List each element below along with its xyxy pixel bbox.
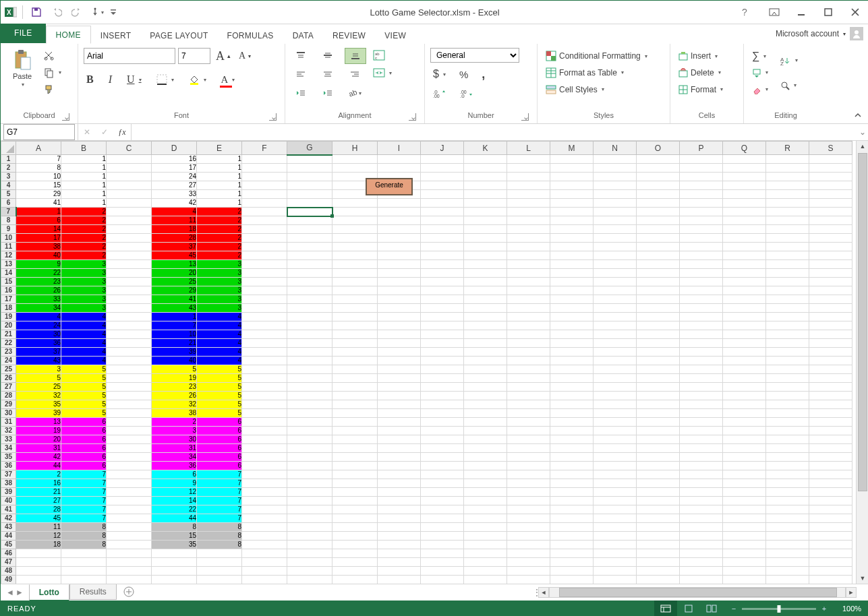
- cell-H21[interactable]: [332, 330, 378, 339]
- cell-H40[interactable]: [332, 497, 378, 505]
- cell-F11[interactable]: [242, 243, 287, 251]
- cell-L13[interactable]: [507, 260, 550, 269]
- cell-G16[interactable]: [287, 286, 332, 295]
- cell-Q19[interactable]: [723, 313, 766, 321]
- cell-B29[interactable]: 5: [61, 400, 107, 409]
- cell-S44[interactable]: [809, 532, 852, 541]
- cell-K44[interactable]: [464, 532, 507, 541]
- cell-R48[interactable]: [766, 567, 809, 576]
- cell-H49[interactable]: [332, 576, 378, 584]
- cell-R42[interactable]: [766, 514, 809, 523]
- row-header-2[interactable]: 2: [1, 164, 16, 173]
- cell-L30[interactable]: [507, 409, 550, 418]
- cell-D47[interactable]: [152, 558, 197, 567]
- cell-G20[interactable]: [287, 321, 332, 330]
- cell-R12[interactable]: [766, 251, 809, 260]
- cell-Q47[interactable]: [723, 558, 766, 567]
- cell-P9[interactable]: [680, 225, 723, 234]
- cell-I41[interactable]: [378, 505, 421, 514]
- cell-O45[interactable]: [637, 541, 680, 549]
- column-header-D[interactable]: D: [152, 142, 197, 155]
- cell-E36[interactable]: 6: [197, 462, 242, 470]
- cell-H36[interactable]: [332, 462, 378, 470]
- cell-G11[interactable]: [287, 243, 332, 251]
- cell-C37[interactable]: [107, 470, 152, 479]
- cell-B13[interactable]: 3: [61, 260, 107, 269]
- cell-C29[interactable]: [107, 400, 152, 409]
- cell-H48[interactable]: [332, 567, 378, 576]
- cell-I19[interactable]: [378, 313, 421, 321]
- cell-E33[interactable]: 6: [197, 435, 242, 444]
- cell-P36[interactable]: [680, 462, 723, 470]
- cell-I22[interactable]: [378, 339, 421, 348]
- column-header-G[interactable]: G: [287, 142, 332, 155]
- cell-Q13[interactable]: [723, 260, 766, 269]
- cell-E44[interactable]: 8: [197, 532, 242, 541]
- cell-P20[interactable]: [680, 321, 723, 330]
- cell-C22[interactable]: [107, 339, 152, 348]
- cell-C4[interactable]: [107, 181, 152, 190]
- cell-D40[interactable]: 14: [152, 497, 197, 505]
- cell-E18[interactable]: 3: [197, 304, 242, 313]
- cell-H41[interactable]: [332, 505, 378, 514]
- cell-L10[interactable]: [507, 234, 550, 243]
- cell-I8[interactable]: [378, 216, 421, 225]
- cell-H8[interactable]: [332, 216, 378, 225]
- cell-Q46[interactable]: [723, 549, 766, 558]
- cell-A14[interactable]: 22: [16, 269, 61, 278]
- cell-I39[interactable]: [378, 488, 421, 497]
- minimize-icon[interactable]: [788, 1, 815, 24]
- cell-L16[interactable]: [507, 286, 550, 295]
- cell-B10[interactable]: 2: [61, 234, 107, 243]
- increase-indent-button[interactable]: [318, 86, 338, 100]
- cell-F40[interactable]: [242, 497, 287, 505]
- cell-N48[interactable]: [594, 567, 637, 576]
- cell-C28[interactable]: [107, 392, 152, 400]
- cell-D11[interactable]: 37: [152, 243, 197, 251]
- cell-A43[interactable]: 11: [16, 523, 61, 532]
- cell-R19[interactable]: [766, 313, 809, 321]
- cell-E42[interactable]: 7: [197, 514, 242, 523]
- cell-I30[interactable]: [378, 409, 421, 418]
- cell-K25[interactable]: [464, 365, 507, 374]
- cell-G14[interactable]: [287, 269, 332, 278]
- row-header-16[interactable]: 16: [1, 286, 16, 295]
- cell-G9[interactable]: [287, 225, 332, 234]
- cell-G7[interactable]: [287, 208, 332, 216]
- cell-G44[interactable]: [287, 532, 332, 541]
- cell-O21[interactable]: [637, 330, 680, 339]
- cell-N23[interactable]: [594, 348, 637, 357]
- cell-O40[interactable]: [637, 497, 680, 505]
- cell-F18[interactable]: [242, 304, 287, 313]
- cell-R17[interactable]: [766, 295, 809, 304]
- cell-I12[interactable]: [378, 251, 421, 260]
- cell-I20[interactable]: [378, 321, 421, 330]
- cell-G13[interactable]: [287, 260, 332, 269]
- cell-R30[interactable]: [766, 409, 809, 418]
- cell-H1[interactable]: [332, 155, 378, 164]
- cell-N34[interactable]: [594, 444, 637, 453]
- cell-O13[interactable]: [637, 260, 680, 269]
- cell-R6[interactable]: [766, 199, 809, 208]
- cell-Q42[interactable]: [723, 514, 766, 523]
- cell-K21[interactable]: [464, 330, 507, 339]
- cell-G30[interactable]: [287, 409, 332, 418]
- cell-S31[interactable]: [809, 418, 852, 427]
- cell-D9[interactable]: 18: [152, 225, 197, 234]
- insert-cells-button[interactable]: Insert: [676, 49, 738, 63]
- scroll-up-icon[interactable]: ▲: [857, 141, 868, 152]
- cell-K48[interactable]: [464, 567, 507, 576]
- row-header-23[interactable]: 23: [1, 348, 16, 357]
- cell-Q2[interactable]: [723, 164, 766, 173]
- cell-L37[interactable]: [507, 470, 550, 479]
- cell-E34[interactable]: 6: [197, 444, 242, 453]
- cell-B33[interactable]: 6: [61, 435, 107, 444]
- cell-F12[interactable]: [242, 251, 287, 260]
- cell-C46[interactable]: [107, 549, 152, 558]
- qat-customize-icon[interactable]: [108, 3, 119, 22]
- cell-H25[interactable]: [332, 365, 378, 374]
- cell-G25[interactable]: [287, 365, 332, 374]
- cell-P39[interactable]: [680, 488, 723, 497]
- cell-G31[interactable]: [287, 418, 332, 427]
- cell-J28[interactable]: [421, 392, 464, 400]
